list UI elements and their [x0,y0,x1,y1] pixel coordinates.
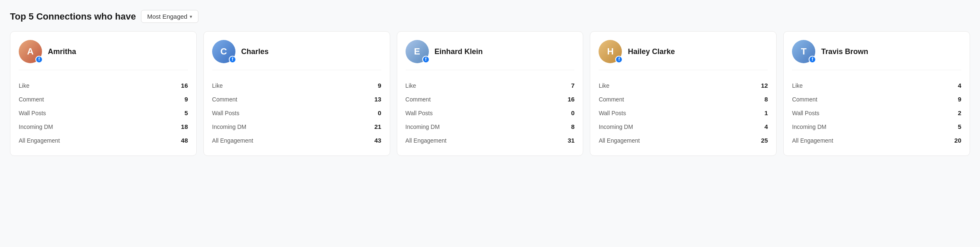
card-header-hailey-clarke: HfHailey Clarke [599,40,768,70]
stat-label: Comment [212,96,238,103]
stat-value: 9 [184,96,188,103]
stat-value: 31 [568,137,575,144]
avatar: Cf [212,40,235,63]
stat-label: Comment [19,96,44,103]
stat-value: 18 [181,123,188,130]
stat-label: All Engagement [599,137,640,144]
stat-value: 0 [378,109,381,116]
cards-container: AfAmrithaLike16Comment9Wall Posts5Incomi… [10,31,970,156]
stat-value: 21 [374,123,381,130]
stat-label: Incoming DM [792,124,826,130]
card-header-amritha: AfAmritha [19,40,188,70]
stat-label: All Engagement [212,137,253,144]
stat-row: Comment16 [406,92,575,106]
stat-value: 5 [958,123,961,130]
stat-row: All Engagement43 [212,133,381,147]
contact-name: Amritha [48,47,76,56]
card-hailey-clarke: HfHailey ClarkeLike12Comment8Wall Posts1… [590,31,777,156]
stat-value: 4 [958,82,961,89]
stat-label: Incoming DM [599,124,633,130]
stat-label: Like [599,82,609,89]
facebook-badge-icon: f [615,56,623,63]
stat-row: Like16 [19,79,188,92]
avatar: Af [19,40,42,63]
stat-row: Like9 [212,79,381,92]
card-header-charles: CfCharles [212,40,381,70]
stat-label: Comment [406,96,431,103]
dropdown-label: Most Engaged [147,13,188,20]
card-amritha: AfAmrithaLike16Comment9Wall Posts5Incomi… [10,31,197,156]
facebook-badge-icon: f [422,56,430,63]
avatar: Hf [599,40,622,63]
avatar: Ef [406,40,429,63]
stat-row: All Engagement48 [19,133,188,147]
stat-label: Wall Posts [599,110,626,116]
stat-value: 4 [765,123,768,130]
stat-row: Comment9 [19,92,188,106]
stat-label: All Engagement [406,137,447,144]
card-header-travis-brown: TfTravis Brown [792,40,961,70]
stat-row: Comment8 [599,92,768,106]
stat-value: 5 [184,109,188,116]
most-engaged-dropdown[interactable]: Most Engaged ▾ [141,10,199,23]
stat-row: Wall Posts0 [406,106,575,120]
stat-row: Incoming DM8 [406,120,575,133]
stat-value: 13 [374,96,381,103]
stat-label: Incoming DM [212,124,246,130]
stat-value: 9 [378,82,381,89]
stat-label: Like [19,82,30,89]
stat-label: Wall Posts [19,110,46,116]
stat-row: All Engagement20 [792,133,961,147]
section-header: Top 5 Connections who have Most Engaged … [10,10,970,23]
stat-value: 16 [568,96,575,103]
stat-row: Incoming DM4 [599,120,768,133]
stat-label: Like [406,82,416,89]
stat-row: Wall Posts5 [19,106,188,120]
stat-value: 43 [374,137,381,144]
stat-label: Comment [792,96,817,103]
stat-label: Like [212,82,223,89]
stat-row: Comment13 [212,92,381,106]
stat-row: Like7 [406,79,575,92]
stat-label: Comment [599,96,624,103]
stat-value: 8 [571,123,574,130]
stat-row: All Engagement31 [406,133,575,147]
card-einhard-klein: EfEinhard KleinLike7Comment16Wall Posts0… [397,31,584,156]
card-charles: CfCharlesLike9Comment13Wall Posts0Incomi… [203,31,390,156]
stat-row: Wall Posts0 [212,106,381,120]
facebook-badge-icon: f [35,56,43,63]
stat-label: Incoming DM [406,124,440,130]
chevron-down-icon: ▾ [190,14,192,20]
facebook-badge-icon: f [229,56,236,63]
stat-value: 16 [181,82,188,89]
stat-value: 2 [958,109,961,116]
stat-value: 1 [765,109,768,116]
stat-value: 48 [181,137,188,144]
contact-name: Travis Brown [821,47,868,56]
stat-value: 8 [765,96,768,103]
stat-row: Incoming DM5 [792,120,961,133]
avatar: Tf [792,40,815,63]
stat-label: Incoming DM [19,124,53,130]
stat-row: Comment9 [792,92,961,106]
stat-row: Like12 [599,79,768,92]
card-header-einhard-klein: EfEinhard Klein [406,40,575,70]
contact-name: Hailey Clarke [628,47,675,56]
stat-row: Wall Posts2 [792,106,961,120]
stat-value: 0 [571,109,574,116]
stat-row: Incoming DM21 [212,120,381,133]
card-travis-brown: TfTravis BrownLike4Comment9Wall Posts2In… [783,31,970,156]
stat-value: 12 [761,82,768,89]
stat-value: 20 [954,137,961,144]
stat-label: Wall Posts [792,110,819,116]
stat-value: 25 [761,137,768,144]
stat-label: All Engagement [792,137,833,144]
stat-label: Wall Posts [406,110,433,116]
facebook-badge-icon: f [809,56,816,63]
stat-label: Wall Posts [212,110,240,116]
stat-label: Like [792,82,803,89]
contact-name: Einhard Klein [435,47,483,56]
stat-label: All Engagement [19,137,60,144]
stat-row: Incoming DM18 [19,120,188,133]
stat-value: 9 [958,96,961,103]
